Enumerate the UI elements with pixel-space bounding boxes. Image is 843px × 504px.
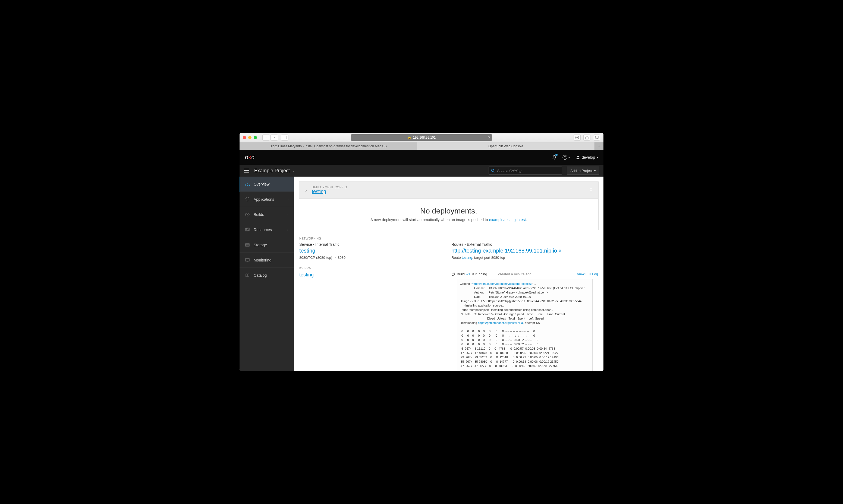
svg-point-14 (247, 200, 248, 201)
nav-resources[interactable]: Resources › (240, 222, 294, 237)
networking-label: NETWORKING (294, 237, 603, 240)
downloads-button[interactable] (573, 134, 581, 141)
new-tab-button[interactable]: + (595, 142, 603, 150)
nav-overview[interactable]: Overview (240, 177, 294, 192)
service-link[interactable]: testing (299, 248, 315, 254)
build-number-link[interactable]: #1 (466, 272, 470, 276)
dc-header: ⌄ DEPLOYMENT CONFIG testing ⋮ (299, 182, 598, 199)
svg-line-10 (494, 172, 495, 172)
service-title: Service - Internal Traffic (299, 242, 446, 247)
lock-icon: 🔒 (407, 136, 411, 140)
image-stream-link[interactable]: example/testing:latest (489, 218, 526, 222)
close-window-button[interactable] (243, 136, 246, 139)
kebab-menu[interactable]: ⋮ (588, 187, 593, 193)
user-menu[interactable]: develop ▾ (576, 155, 598, 160)
storage-icon (245, 243, 250, 247)
chevron-right-icon: › (287, 198, 289, 201)
deployment-config-card: ⌄ DEPLOYMENT CONFIG testing ⋮ No deploym… (299, 181, 599, 230)
chevron-down-icon: ▾ (568, 156, 570, 159)
maximize-window-button[interactable] (254, 136, 257, 139)
help-menu[interactable]: ? ▾ (563, 155, 570, 160)
browser-tab-openshift[interactable]: OpenShift Web Console (417, 142, 595, 150)
browser-window: ‹ › 🔒 192.168.99.101 ⟳ Blog: Dimas Marya… (240, 133, 603, 371)
builds-icon (245, 212, 250, 217)
route-name-link[interactable]: testing (462, 255, 472, 259)
svg-line-11 (247, 184, 248, 186)
svg-point-9 (492, 169, 494, 172)
route-url-link[interactable]: http://testing-example.192.168.99.101.ni… (451, 248, 561, 254)
chevron-down-icon: ▾ (597, 156, 598, 159)
svg-rect-0 (283, 136, 287, 139)
nav-storage[interactable]: Storage (240, 237, 294, 253)
search-placeholder: Search Catalog (497, 169, 521, 173)
build-log[interactable]: Cloning "https://github.com/openshift/ca… (457, 279, 592, 371)
project-name-label: Example Project (254, 168, 290, 174)
svg-rect-5 (596, 136, 598, 138)
svg-rect-19 (245, 258, 249, 261)
chevron-down-icon: ⌄ (292, 169, 295, 173)
dashboard-icon (245, 182, 250, 186)
monitor-icon (245, 258, 250, 262)
tabs-overview-button[interactable] (593, 134, 600, 141)
chevron-right-icon: › (287, 228, 289, 231)
svg-point-13 (248, 197, 249, 199)
browser-tab-blog[interactable]: Blog: Dimas Maryanto - Install Openshift… (240, 142, 417, 150)
build-created: created a minute ago (498, 272, 532, 276)
okd-logo[interactable]: okd (245, 154, 255, 161)
minimize-window-button[interactable] (248, 136, 252, 139)
route-title: Routes - External Traffic (451, 242, 598, 247)
no-deployments-subtitle: A new deployment will start automaticall… (305, 218, 593, 222)
forward-button[interactable]: › (271, 134, 278, 141)
project-selector[interactable]: Example Project ⌄ (254, 168, 295, 174)
add-to-project-button[interactable]: Add to Project ▾ (567, 166, 599, 175)
view-full-log-link[interactable]: View Full Log (577, 272, 598, 276)
service-ports: 8080/TCP (8080-tcp) → 8080 (299, 255, 446, 259)
build-right: Build #1 is running created a minute ago… (451, 272, 598, 371)
notification-badge (555, 154, 557, 156)
sidebar-toggle-button[interactable] (281, 134, 289, 141)
build-left: testing (299, 272, 446, 371)
nav-catalog[interactable]: Catalog (240, 268, 294, 283)
menu-toggle-button[interactable] (244, 169, 249, 173)
nav-monitoring[interactable]: Monitoring (240, 253, 294, 268)
back-button[interactable]: ‹ (262, 134, 270, 141)
share-button[interactable] (583, 134, 590, 141)
search-catalog-input[interactable]: Search Catalog (488, 166, 562, 175)
mac-titlebar: ‹ › 🔒 192.168.99.101 ⟳ (240, 133, 603, 142)
nav-applications[interactable]: Applications › (240, 192, 294, 207)
service-col: Service - Internal Traffic testing 8080/… (299, 242, 446, 259)
chevron-down-icon: ▾ (594, 169, 596, 172)
builds-row: testing Build #1 is running created a mi… (294, 272, 603, 371)
build-config-link[interactable]: testing (299, 272, 314, 277)
titlebar-right (573, 134, 600, 141)
content: ⌄ DEPLOYMENT CONFIG testing ⋮ No deploym… (294, 177, 603, 371)
no-deployments-title: No deployments. (305, 207, 593, 215)
catalog-icon (245, 273, 250, 277)
nav-builds[interactable]: Builds › (240, 207, 294, 222)
url-bar[interactable]: 🔒 192.168.99.101 ⟳ (351, 134, 492, 141)
url-text: 192.168.99.101 (413, 136, 436, 140)
running-dots (489, 272, 494, 276)
dc-name-link[interactable]: testing (312, 189, 326, 194)
external-link-icon: ⧉ (558, 249, 561, 253)
okd-header: okd ? ▾ develop ▾ (240, 150, 603, 165)
apps-icon (245, 197, 250, 201)
networking-row: Service - Internal Traffic testing 8080/… (294, 242, 603, 259)
header-right: ? ▾ develop ▾ (552, 155, 598, 160)
build-status: Build #1 is running created a minute ago… (451, 272, 598, 276)
resources-icon (245, 228, 250, 232)
log-repo-link[interactable]: https://github.com/openshift/cakephp-ex.… (472, 282, 532, 285)
reload-icon[interactable]: ⟳ (488, 136, 491, 140)
svg-rect-18 (245, 245, 249, 246)
browser-tabs: Blog: Dimas Maryanto - Install Openshift… (240, 142, 603, 150)
collapse-toggle[interactable]: ⌄ (304, 187, 307, 193)
user-icon (576, 155, 580, 160)
chevron-right-icon: › (287, 213, 289, 216)
notifications-button[interactable] (552, 155, 556, 160)
route-col: Routes - External Traffic http://testing… (451, 242, 598, 259)
side-nav: Overview Applications › Builds › Resourc… (240, 177, 294, 371)
svg-rect-17 (245, 244, 249, 245)
svg-text:?: ? (564, 156, 566, 159)
svg-point-12 (246, 197, 247, 199)
log-composer-link[interactable]: https://getcomposer.org/installer ⧉ (478, 321, 523, 324)
